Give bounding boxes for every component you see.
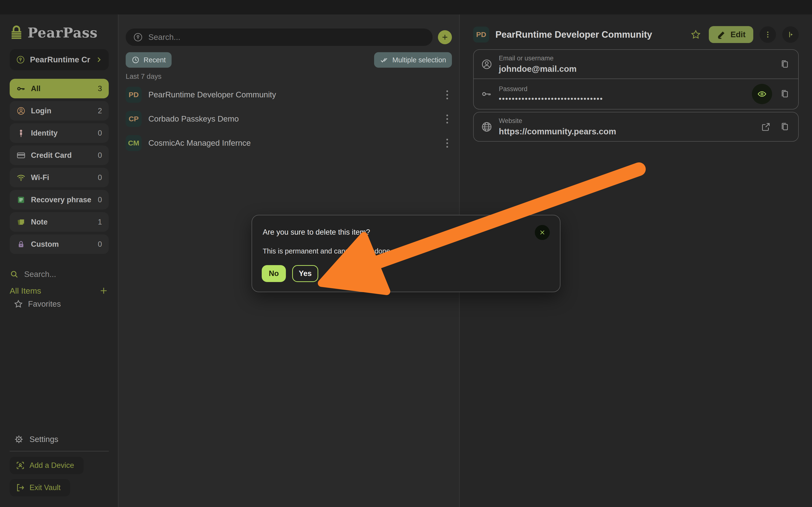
sidebar-item-settings[interactable]: Settings [13,432,58,447]
add-item-button[interactable] [438,30,452,44]
multiple-selection-chip[interactable]: Multiple selection [374,52,452,68]
dialog-question: Are you sure to delete this item? [263,228,370,237]
favorites-label: Favorites [28,299,61,308]
copy-website-button[interactable] [778,121,791,133]
copy-icon [779,89,790,99]
list-item[interactable]: CM CosmicAc Managed Infernce [126,131,452,155]
open-website-button[interactable] [760,121,772,133]
sidebar: PearPass PearRuntime Cre... All 3 Log [0,14,118,507]
collapse-right-icon [786,30,795,39]
search-keyhole-icon [133,32,143,42]
sidebar-item-label: Login [31,107,93,115]
sidebar-item-count: 0 [98,240,102,249]
sidebar-item-label: Wi-Fi [31,173,93,182]
edit-button[interactable]: Edit [709,26,753,43]
no-button[interactable]: No [262,265,286,282]
sidebar-search-input[interactable]: Search... [10,267,109,282]
vault-switcher-button[interactable]: PearRuntime Cre... [10,49,109,70]
sidebar-item-login[interactable]: Login 2 [10,101,109,121]
more-options-button[interactable] [760,26,776,43]
exit-icon [15,483,25,493]
item-avatar: PD [126,87,141,103]
list-item[interactable]: CP Corbado Passkeys Demo [126,107,452,131]
recent-filter-chip[interactable]: Recent [126,52,172,68]
email-field-label: Email or username [499,55,772,62]
item-avatar: CM [126,135,141,151]
gear-icon [13,434,24,445]
category-nav: All 3 Login 2 Identity 0 [10,79,109,254]
edit-button-label: Edit [731,30,746,39]
item-menu-button[interactable] [442,113,452,125]
sidebar-item-custom[interactable]: Custom 0 [10,234,109,254]
favorite-button[interactable] [689,28,702,41]
sidebar-item-count: 1 [98,218,102,226]
identity-person-icon [16,128,25,138]
star-icon [690,29,701,40]
website-field-value: https://community.pears.com [499,127,753,136]
add-device-button[interactable]: Add a Device [10,457,83,474]
copy-icon [779,59,790,69]
item-menu-button[interactable] [442,137,452,149]
settings-label: Settings [30,435,58,444]
all-items-row: All Items [10,283,109,298]
item-title: CosmicAc Managed Infernce [149,138,436,148]
sidebar-item-label: Credit Card [31,151,93,160]
key-icon [16,84,25,93]
detail-title: PearRuntime Developer Community [496,30,683,40]
dialog-warning: This is permanent and cannot be undone [263,247,390,255]
sidebar-item-wifi[interactable]: Wi-Fi 0 [10,168,109,187]
star-icon [13,299,23,309]
sidebar-item-all[interactable]: All 3 [10,79,109,98]
pearpass-lock-icon [10,25,23,40]
collapse-panel-button[interactable] [782,26,799,43]
recovery-phrase-icon [16,195,25,205]
wifi-icon [16,173,25,182]
toggle-password-visibility-button[interactable] [752,84,772,104]
item-title: Corbado Passkeys Demo [149,114,436,123]
delete-confirmation-dialog: Are you sure to delete this item? This i… [251,215,561,292]
person-circle-icon [481,58,492,70]
sidebar-item-count: 0 [98,129,102,137]
password-field-row: Password •••••••••••••••••••••••••••••••… [474,78,798,109]
sidebar-item-credit-card[interactable]: Credit Card 0 [10,146,109,165]
app-logo: PearPass [10,25,98,41]
dialog-buttons: No Yes [262,265,318,282]
sidebar-item-count: 3 [98,84,102,93]
exit-vault-button[interactable]: Exit Vault [10,479,70,496]
item-title: PearRuntime Developer Community [149,90,436,99]
add-device-scan-icon [15,461,25,470]
recent-chip-label: Recent [143,56,166,64]
list-search-input[interactable]: Search... [126,29,432,46]
copy-email-button[interactable] [778,58,791,70]
sidebar-divider [10,451,109,451]
list-search-placeholder: Search... [149,33,180,42]
key-icon [481,88,492,100]
sidebar-item-count: 0 [98,151,102,160]
eye-icon [757,89,767,99]
sidebar-item-label: Recovery phrase [31,195,93,204]
external-link-icon [761,122,771,132]
sidebar-item-recovery-phrase[interactable]: Recovery phrase 0 [10,190,109,210]
plus-icon [441,33,449,41]
password-field-value: •••••••••••••••••••••••••••••••• [499,95,746,103]
add-folder-icon[interactable] [99,286,109,296]
vault-keyhole-icon [16,55,25,64]
sidebar-item-favorites[interactable]: Favorites [13,297,109,311]
password-field-label: Password [499,85,746,93]
detail-header: PD PearRuntime Developer Community Edit [473,26,799,43]
note-icon [16,218,25,227]
sidebar-item-count: 0 [98,173,102,182]
copy-password-button[interactable] [778,88,791,100]
dialog-close-button[interactable] [535,225,550,240]
list-item[interactable]: PD PearRuntime Developer Community [126,82,452,107]
all-items-label[interactable]: All Items [10,286,99,295]
sidebar-item-identity[interactable]: Identity 0 [10,123,109,143]
chevron-right-icon [95,56,103,63]
yes-button[interactable]: Yes [292,265,318,282]
item-menu-button[interactable] [442,89,452,101]
list-search-row: Search... [126,29,452,46]
sidebar-item-note[interactable]: Note 1 [10,212,109,232]
clock-icon [131,56,140,64]
exit-vault-label: Exit Vault [30,483,61,492]
app-name: PearPass [27,25,98,41]
